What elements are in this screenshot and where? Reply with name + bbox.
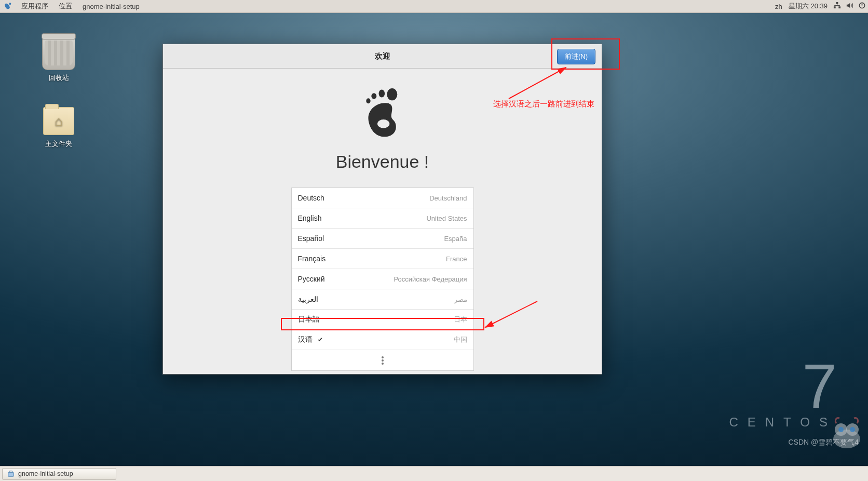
lang-row-selected[interactable]: 汉语✔中国 (292, 330, 473, 350)
menu-places[interactable]: 位置 (53, 0, 77, 12)
dialog-body: Bienvenue ! DeutschDeutschland EnglishUn… (163, 69, 602, 374)
more-languages-button[interactable] (292, 350, 473, 370)
menu-current-app[interactable]: gnome-initial-setup (77, 0, 145, 12)
top-menu-bar: 应用程序 位置 gnome-initial-setup zh 星期六 20:39 (0, 0, 868, 13)
svg-rect-1 (836, 2, 838, 4)
lang-country: 日本 (320, 315, 467, 324)
lang-name: العربية (298, 295, 318, 303)
lang-country: مصر (318, 296, 467, 303)
lang-country: United States (321, 215, 467, 222)
folder-home-icon (42, 103, 75, 136)
desktop-trash-label: 回收站 (33, 73, 85, 83)
lang-country: 中国 (323, 335, 467, 344)
csdn-watermark: CSDN @雪碧不要气4 (788, 438, 859, 447)
welcome-heading: Bienvenue ! (163, 152, 602, 172)
menu-applications[interactable]: 应用程序 (16, 0, 53, 12)
clock[interactable]: 星期六 20:39 (785, 0, 831, 12)
svg-point-7 (378, 90, 385, 98)
dialog-title: 欢迎 (375, 51, 390, 61)
taskbar-app-label: gnome-initial-setup (18, 470, 73, 477)
lang-name: Español (298, 234, 324, 243)
lang-name: Français (298, 255, 326, 263)
desktop[interactable]: 7 CENTOS 回收站 主文件夹 欢迎 前进(N) (0, 13, 868, 466)
svg-rect-3 (838, 6, 840, 8)
lang-row[interactable]: العربيةمصر (292, 289, 473, 310)
lang-name: Deutsch (298, 194, 324, 202)
svg-rect-2 (833, 6, 835, 8)
bottom-taskbar: gnome-initial-setup (0, 466, 868, 481)
lang-country: España (324, 235, 467, 243)
gnome-foot-icon (361, 88, 404, 140)
power-icon[interactable] (856, 2, 868, 11)
gnome-logo-icon (3, 1, 13, 11)
volume-icon[interactable] (843, 2, 856, 11)
centos-branding: 7 CENTOS (729, 364, 837, 430)
svg-point-15 (850, 427, 855, 432)
lang-country: France (326, 255, 467, 263)
initial-setup-window: 欢迎 前进(N) Bienvenue ! DeutschDeutschland … (162, 44, 602, 375)
dialog-header: 欢迎 前进(N) (163, 44, 602, 69)
desktop-home-label: 主文件夹 (33, 139, 85, 149)
svg-point-13 (846, 423, 859, 436)
svg-point-11 (833, 430, 860, 448)
desktop-trash[interactable]: 回收站 (33, 37, 85, 83)
lang-country: Российская Федерация (324, 275, 467, 283)
lang-country: Deutschland (324, 194, 467, 202)
check-icon: ✔ (318, 336, 323, 343)
svg-point-0 (9, 3, 11, 5)
taskbar-app-button[interactable]: gnome-initial-setup (2, 468, 116, 480)
svg-point-8 (371, 93, 376, 99)
lang-row[interactable]: EspañolEspaña (292, 229, 473, 249)
desktop-home[interactable]: 主文件夹 (33, 103, 85, 149)
svg-point-6 (387, 88, 397, 100)
svg-point-14 (838, 427, 844, 432)
lang-name: 日本語 (298, 315, 320, 324)
lang-row[interactable]: EnglishUnited States (292, 208, 473, 229)
lang-row[interactable]: РусскийРоссийская Федерация (292, 269, 473, 289)
network-icon[interactable] (831, 2, 843, 11)
lang-name: Русский (298, 275, 325, 283)
trash-icon (42, 37, 75, 70)
lang-name: English (298, 214, 322, 222)
more-icon (382, 355, 384, 366)
lang-row[interactable]: DeutschDeutschland (292, 188, 473, 208)
svg-point-10 (377, 119, 389, 128)
system-tray: zh 星期六 20:39 (772, 0, 868, 12)
svg-rect-18 (8, 472, 14, 476)
language-list: DeutschDeutschland EnglishUnited States … (291, 188, 474, 371)
centos-version: 7 (729, 364, 837, 408)
app-icon (7, 470, 15, 478)
next-button[interactable]: 前进(N) (557, 49, 595, 64)
lang-row[interactable]: 日本語日本 (292, 310, 473, 330)
keyboard-indicator[interactable]: zh (772, 0, 785, 12)
centos-name: CENTOS (729, 415, 837, 430)
svg-point-9 (366, 98, 370, 103)
lang-name: 汉语 (298, 335, 313, 344)
lang-row[interactable]: FrançaisFrance (292, 249, 473, 269)
